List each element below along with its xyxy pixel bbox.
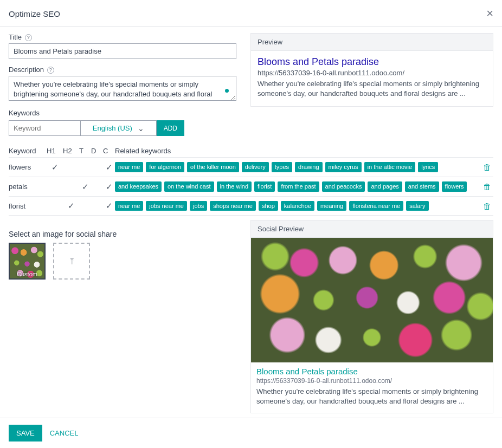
add-keyword-button[interactable]: ADD xyxy=(157,120,184,136)
keyword-name: florist xyxy=(9,202,47,210)
related-tag[interactable]: near me xyxy=(115,201,143,211)
related-tag[interactable]: delivery xyxy=(242,162,269,172)
check-t: ✓ xyxy=(79,182,91,192)
related-tag[interactable]: shops near me xyxy=(210,201,256,211)
image-row: Custom ⤒ xyxy=(9,243,236,280)
seo-modal: Optimize SEO × Title ? Description ? Whe… xyxy=(0,0,502,448)
close-icon[interactable]: × xyxy=(486,8,493,20)
social-preview-card: Social Preview Blooms and Petals paradis… xyxy=(250,220,493,413)
check-c: ✓ xyxy=(103,182,115,192)
modal-title: Optimize SEO xyxy=(9,9,60,18)
related-keywords: near mefor algernonof the killer moondel… xyxy=(115,162,477,172)
related-tag[interactable]: for algernon xyxy=(146,162,184,172)
related-tag[interactable]: in the wind xyxy=(217,181,252,191)
check-c: ✓ xyxy=(103,201,115,211)
keyword-row: flowers✓✓near mefor algernonof the kille… xyxy=(9,157,493,177)
serp-description: Whether you're celebrating life's specia… xyxy=(258,79,486,99)
col-h1: H1 xyxy=(47,147,63,155)
col-d: D xyxy=(91,147,103,155)
col-related: Related keywords xyxy=(115,147,477,155)
related-tag[interactable]: shop xyxy=(259,201,278,211)
related-tag[interactable]: drawing xyxy=(295,162,323,172)
social-preview-body: Blooms and Petals paradise https://56337… xyxy=(251,362,493,413)
social-description: Whether you're celebrating life's specia… xyxy=(256,387,487,406)
save-button[interactable]: SAVE xyxy=(9,425,42,441)
modal-footer: SAVE CANCEL xyxy=(0,418,502,448)
col-c: C xyxy=(103,147,115,155)
social-right: Social Preview Blooms and Petals paradis… xyxy=(250,220,493,413)
modal-body: Title ? Description ? Whether you're cel… xyxy=(0,27,502,418)
related-tag[interactable]: jobs xyxy=(190,201,207,211)
related-tag[interactable]: floristeria near me xyxy=(349,201,403,211)
title-input[interactable] xyxy=(9,43,236,59)
upload-icon: ⤒ xyxy=(68,256,75,267)
cancel-button[interactable]: CANCEL xyxy=(50,429,79,437)
language-select[interactable]: English (US) ⌄ xyxy=(80,120,157,136)
related-keywords: and keepsakeson the wind castin the wind… xyxy=(115,181,477,191)
related-tag[interactable]: and pages xyxy=(368,181,402,191)
left-column: Title ? Description ? Whether you're cel… xyxy=(9,33,236,136)
thumb-label: Custom xyxy=(10,271,44,277)
social-title: Blooms and Petals paradise xyxy=(256,367,487,376)
chevron-down-icon: ⌄ xyxy=(138,124,144,133)
language-value: English (US) xyxy=(93,124,132,132)
delete-keyword-icon[interactable]: 🗑 xyxy=(477,182,493,191)
check-h2: ✓ xyxy=(63,201,79,211)
status-dot-icon xyxy=(225,89,229,93)
keywords-label: Keywords xyxy=(9,109,236,117)
related-tag[interactable]: from the past xyxy=(278,181,319,191)
social-image-custom[interactable]: Custom xyxy=(9,243,46,280)
related-tag[interactable]: meaning xyxy=(317,201,346,211)
serp-preview-card: Preview Blooms and Petals paradise https… xyxy=(250,33,493,107)
related-tag[interactable]: types xyxy=(272,162,292,172)
related-tag[interactable]: salary xyxy=(406,201,428,211)
related-tag[interactable]: miley cyrus xyxy=(325,162,362,172)
serp-title: Blooms and Petals paradise xyxy=(258,56,486,68)
col-keyword: Keyword xyxy=(9,147,47,155)
help-icon[interactable]: ? xyxy=(25,34,32,41)
related-keywords: near mejobs near mejobsshops near meshop… xyxy=(115,201,477,211)
related-tag[interactable]: and stems xyxy=(405,181,439,191)
description-input[interactable]: Whether you're celebrating life's specia… xyxy=(9,76,236,101)
serp-url: https://56337039-16-0-all.runbot111.odoo… xyxy=(258,69,486,77)
keyword-name: petals xyxy=(9,183,47,191)
keyword-input[interactable] xyxy=(9,120,80,136)
related-tag[interactable]: in the attic movie xyxy=(364,162,416,172)
keyword-row: petals✓✓and keepsakeson the wind castin … xyxy=(9,177,493,196)
delete-keyword-icon[interactable]: 🗑 xyxy=(477,163,493,172)
delete-keyword-icon[interactable]: 🗑 xyxy=(477,202,493,211)
keyword-row: florist✓✓near mejobs near mejobsshops ne… xyxy=(9,196,493,216)
serp-preview-header: Preview xyxy=(251,34,493,51)
description-label: Description ? xyxy=(9,66,236,74)
social-preview-image xyxy=(251,238,493,362)
related-tag[interactable]: flowers xyxy=(442,181,467,191)
social-preview-header: Social Preview xyxy=(251,220,493,238)
keyword-name: flowers xyxy=(9,163,47,171)
keyword-input-row: English (US) ⌄ ADD xyxy=(9,120,184,136)
title-label: Title ? xyxy=(9,33,236,41)
social-share-label: Select an image for social share xyxy=(9,230,236,238)
related-tag[interactable]: of the killer moon xyxy=(187,162,239,172)
help-icon[interactable]: ? xyxy=(47,67,54,74)
col-t: T xyxy=(79,147,91,155)
modal-header: Optimize SEO × xyxy=(0,0,502,27)
description-wrap: Whether you're celebrating life's specia… xyxy=(9,76,236,102)
keyword-table-head: Keyword H1 H2 T D C Related keywords xyxy=(9,145,493,157)
related-tag[interactable]: and peacocks xyxy=(322,181,365,191)
related-tag[interactable]: on the wind cast xyxy=(164,181,214,191)
social-left: Select an image for social share Custom … xyxy=(9,220,236,280)
right-column: Preview Blooms and Petals paradise https… xyxy=(250,33,493,112)
related-tag[interactable]: lyrics xyxy=(418,162,438,172)
serp-preview-body: Blooms and Petals paradise https://56337… xyxy=(251,51,493,106)
check-h1: ✓ xyxy=(47,163,63,172)
related-tag[interactable]: florist xyxy=(254,181,275,191)
social-url: https://56337039-16-0-all.runbot111.odoo… xyxy=(256,377,487,385)
related-tag[interactable]: near me xyxy=(115,162,143,172)
check-c: ✓ xyxy=(103,163,115,172)
keyword-table: Keyword H1 H2 T D C Related keywords flo… xyxy=(9,145,493,216)
upload-image-button[interactable]: ⤒ xyxy=(53,243,90,280)
related-tag[interactable]: kalanchoe xyxy=(281,201,314,211)
col-h2: H2 xyxy=(63,147,79,155)
related-tag[interactable]: jobs near me xyxy=(146,201,187,211)
related-tag[interactable]: and keepsakes xyxy=(115,181,162,191)
